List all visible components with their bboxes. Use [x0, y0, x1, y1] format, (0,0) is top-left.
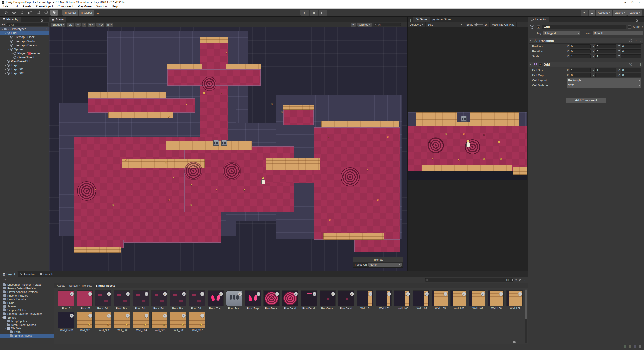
expand-sprite-icon[interactable]: ▸: [107, 292, 111, 296]
cell-swizzle-dropdown[interactable]: XYZ▾: [567, 83, 641, 88]
asset-tile[interactable]: ▸Wall_S01: [77, 312, 95, 332]
expand-sprite-icon[interactable]: ▸: [462, 292, 466, 296]
expand-arrow-icon[interactable]: ▾: [1, 28, 4, 30]
expand-sprite-icon[interactable]: ▸: [238, 292, 242, 296]
menu-help[interactable]: Help: [110, 4, 120, 8]
pivot-toggle-button[interactable]: ▣ Center: [62, 10, 78, 16]
component-enabled-checkbox[interactable]: ✓: [539, 63, 542, 66]
expand-arrow-icon[interactable]: ▾: [4, 32, 7, 34]
axis-value-field[interactable]: 1: [570, 68, 591, 72]
axis-value-field[interactable]: 0: [595, 49, 616, 53]
kebab-menu-icon[interactable]: ⋮: [45, 28, 48, 31]
expand-sprite-icon[interactable]: ▸: [107, 314, 111, 318]
breadcrumb-item[interactable]: Sprites: [69, 284, 78, 287]
axis-value-field[interactable]: 0: [621, 73, 641, 77]
status-icon-4[interactable]: [639, 345, 641, 348]
status-icon-3[interactable]: [634, 345, 636, 348]
expand-sprite-icon[interactable]: ▸: [369, 292, 372, 296]
expand-sprite-icon[interactable]: ▸: [126, 292, 130, 296]
display-dropdown[interactable]: Display 1▾: [408, 22, 426, 27]
hierarchy-row[interactable]: Tilemap - Decals: [0, 43, 49, 47]
folder-tree-item[interactable]: Enemy Defend Prefabs: [0, 287, 54, 290]
axis-value-field[interactable]: 0: [621, 49, 641, 53]
folder-tree-item[interactable]: Prisoner Puzzles: [0, 294, 54, 298]
folder-tree-item[interactable]: Scripts - Stolen: [0, 308, 54, 312]
axis-value-field[interactable]: 0: [570, 73, 591, 77]
asset-tile[interactable]: ▸FloorDecal...: [320, 290, 338, 310]
layer-dropdown[interactable]: Default▾: [593, 31, 643, 35]
grid-visual-dropdown[interactable]: ▦▾: [106, 23, 113, 27]
kebab-menu-icon[interactable]: ⋮: [640, 19, 642, 22]
axis-value-field[interactable]: 0: [621, 68, 641, 72]
pause-button[interactable]: ▮▮: [310, 10, 318, 16]
lock-icon[interactable]: [636, 20, 638, 22]
maximize-button[interactable]: □: [632, 1, 633, 4]
asset-tile[interactable]: ▸Floor_Bric...: [170, 290, 189, 310]
asset-tile[interactable]: ▸Wall_L08: [488, 290, 506, 310]
transform-tool-button[interactable]: [42, 10, 50, 16]
hierarchy-row[interactable]: ▸Trap_002: [0, 71, 49, 75]
axis-value-field[interactable]: 0: [570, 49, 591, 53]
project-search-input[interactable]: [425, 278, 514, 282]
folder-tree-item[interactable]: Singlar Assets: [0, 334, 54, 338]
tab-asset-store[interactable]: ▤ Asset Store: [430, 17, 453, 22]
expand-sprite-icon[interactable]: ▸: [425, 292, 429, 296]
foldout-arrow-icon[interactable]: ▾: [530, 63, 533, 66]
folder-tree-item[interactable]: Player Attacking Prefabs: [0, 290, 54, 294]
asset-tile[interactable]: ▸FloorDecal...: [263, 290, 282, 310]
expand-arrow-icon[interactable]: ▸: [4, 68, 7, 71]
tab-project[interactable]: ▨Project: [0, 271, 18, 277]
kebab-menu-icon[interactable]: ⋮: [45, 19, 47, 22]
folder-tree-item[interactable]: Encounter Prisoner Prefabs: [0, 283, 54, 287]
hidden-objects-button[interactable]: ⊙0: [96, 23, 104, 27]
axis-value-field[interactable]: 1: [595, 68, 616, 72]
component-tools-button[interactable]: ⊞: [351, 23, 356, 27]
hierarchy-row[interactable]: ▸Player Character玩: [0, 51, 49, 55]
asset-tile[interactable]: ▸Wall_L07: [469, 290, 488, 310]
expand-sprite-icon[interactable]: ▸: [70, 314, 74, 318]
move-tool-button[interactable]: [10, 10, 18, 16]
asset-tile[interactable]: ▸Wall_S05: [151, 312, 170, 332]
tab-hierarchy[interactable]: ☰ Hierarchy: [0, 17, 21, 22]
expand-sprite-icon[interactable]: ▸: [257, 292, 260, 296]
step-button[interactable]: ▶▏: [319, 10, 327, 16]
save-search-icon[interactable]: ★: [515, 278, 517, 281]
add-object-button[interactable]: ＋▾: [1, 22, 5, 27]
expand-sprite-icon[interactable]: ▸: [444, 292, 447, 296]
grid-snap-button[interactable]: ⚏: [94, 10, 102, 16]
expand-sprite-icon[interactable]: ▸: [313, 292, 316, 296]
gameobject-cube-icon[interactable]: ▾: [529, 24, 536, 30]
help-icon[interactable]: ?: [629, 63, 632, 66]
asset-tile[interactable]: ▸Wall_L02: [376, 290, 394, 310]
folder-tree-item[interactable]: PSBs: [0, 301, 54, 305]
scale-slider-knob[interactable]: [475, 23, 478, 26]
gizmos-dropdown[interactable]: Gizmos▾: [357, 23, 372, 27]
asset-tile[interactable]: ▸Floor_Bric...: [151, 290, 170, 310]
lock-icon[interactable]: [41, 20, 43, 22]
axis-value-field[interactable]: 1: [570, 54, 591, 58]
preferences-icon-button[interactable]: ☀: [581, 10, 588, 16]
expand-sprite-icon[interactable]: ▸: [182, 314, 186, 318]
presets-icon[interactable]: ⇄: [635, 39, 637, 42]
hierarchy-row[interactable]: ▾2 - Prototype*⋮: [0, 27, 49, 31]
2d-toggle-button[interactable]: 2D: [67, 23, 74, 27]
expand-sprite-icon[interactable]: ▸: [219, 292, 223, 296]
expand-sprite-icon[interactable]: ▸: [145, 292, 148, 296]
hierarchy-row[interactable]: ▾Sprites: [0, 47, 49, 51]
scale-slider-track[interactable]: [474, 24, 483, 25]
hierarchy-search-input[interactable]: All: [6, 23, 48, 26]
expand-arrow-icon[interactable]: ▾: [8, 48, 10, 51]
expand-sprite-icon[interactable]: ▸: [294, 292, 298, 296]
scene-search-input[interactable]: All: [374, 23, 401, 26]
hierarchy-row[interactable]: Tilemap - Walls: [0, 39, 49, 43]
folder-tree-item[interactable]: ▾Sprites: [0, 316, 54, 320]
kebab-menu-icon[interactable]: ⋮: [408, 19, 413, 22]
asset-tile[interactable]: ▸Wall_S04: [133, 312, 151, 332]
expand-sprite-icon[interactable]: ▸: [145, 314, 148, 318]
scene-lighting-button[interactable]: ☀: [75, 23, 81, 27]
scene-effects-dropdown[interactable]: ◈▾: [88, 23, 95, 27]
maximize-on-play-toggle[interactable]: Maximize On Play: [490, 22, 517, 27]
asset-tile[interactable]: ▸Floor_Trap...: [208, 290, 226, 310]
kebab-menu-icon[interactable]: ⋮: [403, 19, 405, 22]
axis-value-field[interactable]: 1: [621, 54, 641, 58]
